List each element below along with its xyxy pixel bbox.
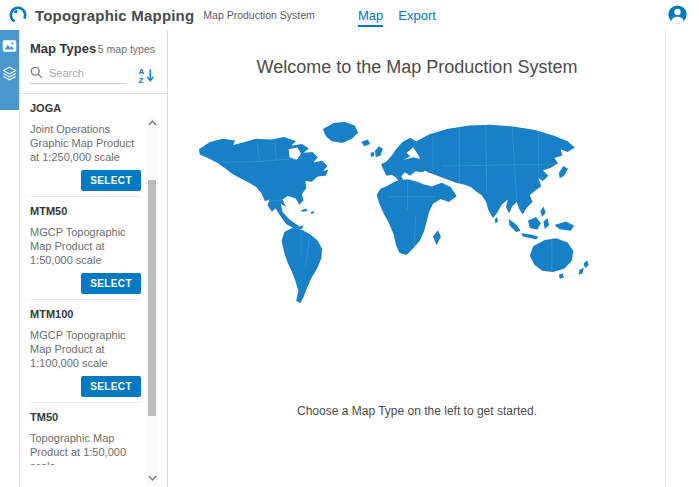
map-type-list: JOGA Joint Operations Graphic Map Produc… [20,94,167,465]
search-input[interactable] [49,67,115,79]
map-type-description: MGCP Topographic Map Product at 1:100,00… [30,328,141,370]
scrollbar-chevron-up-icon[interactable] [146,116,158,130]
map-type-count: 5 map types [98,43,155,55]
scrollbar-thumb[interactable] [148,180,156,416]
app-subtitle: Map Production System [203,9,314,21]
globe-logo-icon [8,5,28,25]
user-avatar-icon[interactable] [668,5,687,24]
sidebar-title: Map Types [30,41,96,56]
map-type-description: MGCP Topographic Map Product at 1:50,000… [30,225,141,267]
action-bar-active-group [0,30,19,110]
map-type-list-item: JOGA Joint Operations Graphic Map Produc… [30,94,141,197]
map-type-list-item: TM50 Topographic Map Product at 1:50,000… [30,403,141,465]
app-window: Topographic Mapping Map Production Syste… [0,0,699,487]
sidebar: Map Types 5 map types A Z [20,30,168,487]
map-type-name: MTM50 [30,205,141,217]
app-title: Topographic Mapping [35,7,194,24]
sidebar-scrollbar[interactable] [146,116,158,485]
top-nav: Map Export [358,0,436,30]
sidebar-header: Map Types 5 map types [20,30,167,61]
map-panel-icon[interactable] [0,34,20,58]
instruction-text: Choose a Map Type on the left to get sta… [168,404,666,418]
map-type-list-item: MTM100 MGCP Topographic Map Product at 1… [30,300,141,403]
nav-tab-export[interactable]: Export [398,4,436,27]
world-map [169,100,609,320]
map-type-list-item: MTM50 MGCP Topographic Map Product at 1:… [30,197,141,300]
sort-az-icon[interactable]: A Z [138,66,155,84]
search-icon [30,66,43,79]
world-map-container [168,100,666,324]
select-map-type-button[interactable]: SELECT [81,170,141,191]
svg-text:Z: Z [138,76,143,84]
map-type-name: TM50 [30,411,141,423]
layers-icon[interactable] [0,61,20,85]
welcome-heading: Welcome to the Map Production System [168,57,666,78]
map-type-name: MTM100 [30,308,141,320]
map-type-name: JOGA [30,102,141,114]
map-type-description: Joint Operations Graphic Map Product at … [30,122,141,164]
select-map-type-button[interactable]: SELECT [81,376,141,397]
svg-text:A: A [138,67,144,76]
map-type-description: Topographic Map Product at 1:50,000 scal… [30,431,141,465]
search-box [30,66,126,84]
scrollbar-chevron-down-icon[interactable] [146,471,158,485]
nav-tab-map[interactable]: Map [358,4,383,27]
search-row: A Z [20,61,167,94]
main-content: Welcome to the Map Production System [168,30,699,487]
app-header: Topographic Mapping Map Production Syste… [0,0,699,30]
select-map-type-button[interactable]: SELECT [81,273,141,294]
action-bar [0,30,20,487]
